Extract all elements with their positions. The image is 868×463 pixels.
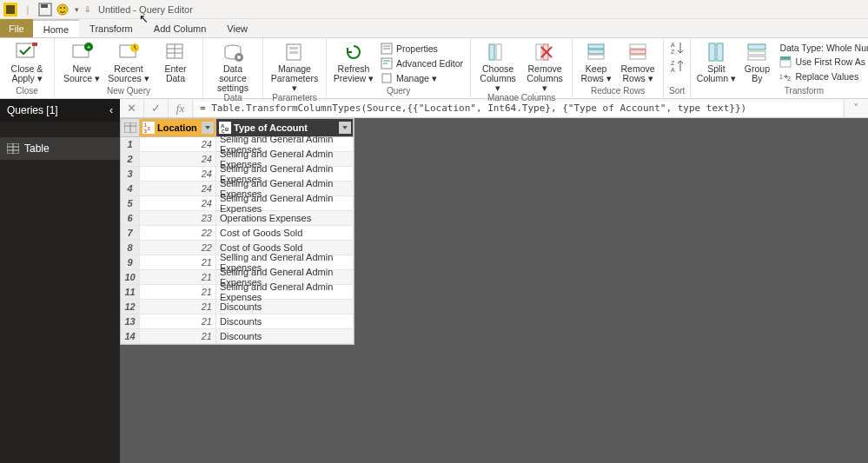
data-type-button[interactable]: Data Type: Whole Number ▾ <box>778 42 868 54</box>
row-index-header[interactable] <box>121 119 140 136</box>
cell-location[interactable]: 21 <box>140 255 216 269</box>
cell-location[interactable]: 21 <box>140 285 216 299</box>
table-row[interactable]: 722Cost of Goods Sold <box>121 226 354 241</box>
remove-rows-button[interactable]: RemoveRows ▾ <box>618 40 658 83</box>
svg-rect-22 <box>289 51 298 54</box>
svg-text:Z: Z <box>671 60 675 66</box>
cancel-formula-button[interactable]: ✕ <box>120 99 144 117</box>
advanced-editor-button[interactable]: Advanced Editor <box>379 56 465 70</box>
cell-type-of-account[interactable]: Operations Expenses <box>216 211 354 225</box>
column-header-location[interactable]: 123 Location <box>140 119 216 136</box>
svg-text:+: + <box>87 43 91 51</box>
cell-type-of-account[interactable]: Discounts <box>216 314 354 328</box>
sort-desc-button[interactable]: ZA <box>669 58 685 74</box>
refresh-preview-button[interactable]: RefreshPreview ▾ <box>332 40 375 83</box>
cell-location[interactable]: 24 <box>140 182 216 195</box>
svg-rect-39 <box>630 44 646 49</box>
svg-rect-40 <box>630 50 646 54</box>
row-index: 6 <box>121 211 140 225</box>
row-index: 9 <box>121 255 140 269</box>
cell-location[interactable]: 24 <box>140 167 216 181</box>
expand-formula-button[interactable]: ˅ <box>844 99 868 117</box>
cell-location[interactable]: 22 <box>140 241 216 255</box>
replace-values-button[interactable]: 12Replace Values <box>778 69 868 83</box>
cell-location[interactable]: 22 <box>140 226 216 240</box>
cell-location[interactable]: 21 <box>140 314 216 328</box>
row-index: 10 <box>121 270 140 284</box>
emoji-icon[interactable] <box>56 3 70 17</box>
tab-home[interactable]: Home <box>33 19 79 37</box>
ribbon: Close &Apply ▾ Close +NewSource ▾ Recent… <box>0 38 868 99</box>
tab-view[interactable]: View <box>216 19 258 37</box>
ribbon-group-query: RefreshPreview ▾ Properties Advanced Edi… <box>327 38 471 98</box>
formula-input[interactable] <box>195 101 842 116</box>
query-item-table[interactable]: Table <box>0 137 120 160</box>
ribbon-group-reduce-rows: KeepRows ▾ RemoveRows ▾ Reduce Rows <box>573 38 664 98</box>
data-grid: 123 Location ABC Type of Account 124Sell… <box>120 118 354 345</box>
properties-button[interactable]: Properties <box>379 42 465 56</box>
tab-transform[interactable]: Transform <box>79 19 143 37</box>
window-title: Untitled - Query Editor <box>98 4 193 15</box>
column-filter-icon[interactable] <box>202 122 214 134</box>
ribbon-group-data-sources: Data sourcesettings Data Sources <box>203 38 263 98</box>
ribbon-group-sort: AZ ZA Sort <box>664 38 691 98</box>
split-column-button[interactable]: SplitColumn ▾ <box>696 40 736 83</box>
svg-rect-37 <box>588 50 604 54</box>
ribbon-group-new-query: +NewSource ▾ RecentSources ▾ EnterData N… <box>55 38 203 98</box>
group-by-button[interactable]: GroupBy <box>739 40 774 83</box>
column-header-type-of-account[interactable]: ABC Type of Account <box>216 119 354 136</box>
collapse-pane-icon[interactable]: ‹ <box>109 104 113 116</box>
data-source-settings-button[interactable]: Data sourcesettings <box>209 40 257 93</box>
queries-pane: Queries [1] ‹ Table <box>0 118 120 463</box>
svg-rect-52 <box>780 60 791 67</box>
table-row[interactable]: 1121Selling and General Admin Expenses <box>121 285 354 300</box>
save-icon[interactable] <box>38 3 52 17</box>
table-row[interactable]: 1321Discounts <box>121 314 354 329</box>
cell-location[interactable]: 24 <box>140 196 216 210</box>
manage-parameters-button[interactable]: ManageParameters ▾ <box>268 40 321 93</box>
ribbon-tabs: File Home Transform Add Column View <box>0 19 868 38</box>
cell-location[interactable]: 23 <box>140 211 216 225</box>
svg-rect-21 <box>289 47 298 50</box>
sort-asc-button[interactable]: AZ <box>669 40 685 56</box>
recent-sources-button[interactable]: RecentSources ▾ <box>107 40 150 83</box>
new-source-button[interactable]: +NewSource ▾ <box>60 40 103 83</box>
cell-type-of-account[interactable]: Discounts <box>216 329 354 343</box>
svg-rect-50 <box>748 56 765 60</box>
svg-text:A: A <box>671 42 675 48</box>
title-bar: | ▾ ⇩ Untitled - Query Editor ↖ <box>0 0 868 19</box>
row-index: 12 <box>121 300 140 314</box>
keep-rows-button[interactable]: KeepRows ▾ <box>578 40 614 83</box>
enter-data-button[interactable]: EnterData <box>154 40 197 83</box>
table-row[interactable]: 524Selling and General Admin Expenses <box>121 196 354 211</box>
table-row[interactable]: 623Operations Expenses <box>121 211 354 226</box>
cell-type-of-account[interactable]: Selling and General Admin Expenses <box>216 196 354 210</box>
app-icon <box>3 3 17 17</box>
cell-location[interactable]: 24 <box>140 152 216 166</box>
table-row[interactable]: 1221Discounts <box>121 300 354 314</box>
choose-columns-button[interactable]: ChooseColumns ▾ <box>476 40 520 93</box>
qat-customize-icon[interactable]: ⇩ <box>84 5 91 14</box>
table-row[interactable]: 1421Discounts <box>121 329 354 344</box>
tab-file[interactable]: File <box>0 19 33 37</box>
svg-text:A: A <box>671 67 675 73</box>
manage-query-button[interactable]: Manage ▾ <box>379 71 465 85</box>
cell-type-of-account[interactable]: Cost of Goods Sold <box>216 226 354 240</box>
tab-add-column[interactable]: Add Column <box>143 19 217 37</box>
row-index: 14 <box>121 329 140 343</box>
cell-location[interactable]: 21 <box>140 270 216 284</box>
cell-type-of-account[interactable]: Discounts <box>216 300 354 314</box>
svg-rect-3 <box>41 4 48 8</box>
qat-dropdown-icon[interactable]: ▾ <box>75 5 79 14</box>
cell-location[interactable]: 21 <box>140 329 216 343</box>
cell-location[interactable]: 24 <box>140 137 216 151</box>
cell-location[interactable]: 21 <box>140 300 216 314</box>
column-filter-icon[interactable] <box>339 122 351 134</box>
close-apply-button[interactable]: Close &Apply ▾ <box>5 40 49 83</box>
cell-type-of-account[interactable]: Selling and General Admin Expenses <box>216 285 354 299</box>
svg-rect-48 <box>748 44 765 50</box>
accept-formula-button[interactable]: ✓ <box>144 99 169 117</box>
remove-columns-button[interactable]: RemoveColumns ▾ <box>523 40 567 93</box>
svg-rect-36 <box>588 44 604 49</box>
first-row-headers-button[interactable]: Use First Row As Headers ▾ <box>778 55 868 69</box>
